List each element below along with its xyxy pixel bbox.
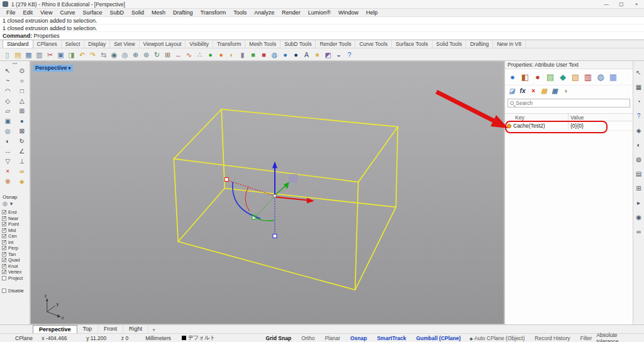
zoom-extents-icon[interactable]: ⊕: [130, 49, 141, 60]
menu-item[interactable]: Drafting: [169, 9, 197, 17]
new-file-icon[interactable]: ▯: [2, 49, 13, 60]
cplane-selector[interactable]: CPlane: [15, 335, 42, 341]
scale-icon[interactable]: ▽: [1, 157, 15, 167]
new-key-value-icon[interactable]: ◪: [508, 86, 516, 97]
panel-macro-icon[interactable]: ▸: [637, 200, 640, 206]
gumball-y-arrow[interactable]: [275, 186, 286, 196]
osnap-checkbox-item[interactable]: Knot: [2, 263, 28, 270]
osnap-checkbox-item[interactable]: Tan: [2, 251, 28, 258]
units-selector[interactable]: Millimeters: [145, 335, 182, 341]
split-icon[interactable]: ⊗: [1, 177, 15, 187]
attribute-user-text-icon[interactable]: ▤: [545, 72, 556, 83]
value-column-header[interactable]: Value: [568, 114, 604, 121]
circle-icon[interactable]: ○: [15, 76, 30, 86]
menu-item[interactable]: File: [3, 9, 19, 17]
minimize-button[interactable]: —: [599, 0, 614, 8]
open-file-icon[interactable]: ▤: [13, 49, 23, 60]
join-icon[interactable]: ∞: [15, 167, 30, 177]
fillet-icon[interactable]: ◐: [1, 136, 15, 146]
menu-item[interactable]: Edit: [19, 9, 37, 17]
help-icon[interactable]: ?: [344, 49, 355, 60]
point-icon[interactable]: ⊙: [15, 66, 30, 76]
panel-layers-icon[interactable]: ▦: [636, 84, 641, 91]
osnap-checkbox-item[interactable]: Perp: [2, 245, 28, 251]
toolbar-tab[interactable]: Surface Tools: [392, 40, 432, 48]
plane-icon[interactable]: ▱: [1, 106, 15, 116]
key-column-header[interactable]: Key: [505, 114, 568, 121]
sphere-blue-icon[interactable]: ●: [280, 49, 291, 60]
checkbox[interactable]: [2, 234, 6, 238]
checkbox[interactable]: [2, 246, 6, 250]
toolbar-tab[interactable]: Viewport Layout: [140, 40, 186, 48]
search-input[interactable]: [516, 100, 628, 106]
polyline-icon[interactable]: △: [15, 96, 30, 106]
panel-rendering-icon[interactable]: ◍: [636, 157, 641, 163]
text-icon[interactable]: A: [301, 49, 312, 60]
save-icon[interactable]: ▦: [23, 49, 34, 60]
undo-icon[interactable]: ↶: [77, 49, 87, 60]
checkbox[interactable]: [2, 264, 6, 268]
delete-icon[interactable]: ×: [1, 167, 15, 177]
viewport-tab[interactable]: Perspective: [33, 325, 77, 333]
osnap-checkbox-item[interactable]: Project: [2, 275, 28, 282]
checkbox[interactable]: [2, 240, 6, 245]
rendering-icon[interactable]: ◍: [595, 72, 606, 83]
statusbar-toggle[interactable]: Filter: [575, 335, 597, 341]
formula-fx-icon[interactable]: fx: [518, 86, 527, 97]
layer-name[interactable]: デフォルト: [188, 334, 216, 342]
stack-icon[interactable]: ▦: [608, 72, 619, 83]
gumball[interactable]: [225, 162, 314, 238]
toolbar-tab[interactable]: Visibility: [186, 40, 213, 48]
plugins-icon[interactable]: ◩: [323, 49, 333, 60]
osnap-checkbox-item[interactable]: Mid: [2, 228, 28, 234]
select-icon[interactable]: ↖: [1, 66, 15, 76]
gumball-z-handle[interactable]: [273, 234, 277, 238]
curve-icon[interactable]: ~: [1, 76, 15, 86]
statusbar-toggle[interactable]: Planar: [319, 335, 345, 341]
toolbar-tab[interactable]: Drafting: [466, 40, 493, 48]
menu-item[interactable]: Solid: [128, 9, 148, 17]
boolean-icon[interactable]: ⊠: [15, 126, 30, 136]
toolbar-tab[interactable]: Set View: [110, 40, 139, 48]
pan-icon[interactable]: ⇆: [98, 49, 109, 60]
rectangle-icon[interactable]: □: [15, 86, 30, 96]
new-viewport-icon[interactable]: +: [148, 327, 159, 333]
grid-icon[interactable]: ⊞: [162, 49, 173, 60]
osnap-filter-icon[interactable]: ▾: [10, 201, 13, 207]
menu-item[interactable]: Help: [362, 9, 382, 17]
menu-item[interactable]: View: [36, 9, 56, 17]
match-icon[interactable]: ◑: [561, 86, 570, 97]
statusbar-toggle[interactable]: Ortho: [296, 335, 319, 341]
osnap-checkbox-item[interactable]: Int: [2, 240, 28, 246]
zoom-window-icon[interactable]: ◎: [119, 49, 130, 60]
material-red-icon[interactable]: ■: [258, 49, 269, 60]
checkbox[interactable]: [2, 210, 6, 214]
redo-icon[interactable]: ↷: [87, 49, 98, 60]
toolbar-tab[interactable]: Render Tools: [316, 40, 355, 48]
osnap-checkbox-item[interactable]: Vertex: [2, 269, 28, 275]
gumball-center[interactable]: [274, 194, 277, 197]
cylinder-icon[interactable]: ▮: [237, 49, 248, 60]
polygon-icon[interactable]: ◇: [1, 96, 15, 106]
panel-materials-icon[interactable]: ◈: [636, 128, 641, 134]
copy-icon[interactable]: ▣: [55, 49, 66, 60]
statusbar-toggle[interactable]: SmartTrack: [371, 335, 410, 341]
perspective-viewport[interactable]: Perspective▾: [30, 61, 504, 324]
texture-mapping-icon[interactable]: ◆: [557, 72, 569, 83]
toolbar-tab[interactable]: Solid Tools: [433, 40, 467, 48]
import-file-icon[interactable]: ▤: [540, 86, 548, 97]
command-prompt-value[interactable]: Properties: [34, 33, 60, 39]
menu-item[interactable]: Surface: [79, 9, 106, 17]
material-green-icon[interactable]: ■: [248, 49, 258, 60]
sphere-dark-icon[interactable]: ●: [291, 49, 301, 60]
menu-item[interactable]: Render: [278, 9, 304, 17]
statusbar-toggle[interactable]: Osnap: [345, 335, 371, 341]
osnap-checkbox-item[interactable]: Near: [2, 216, 28, 222]
decal-icon[interactable]: ◧: [519, 72, 531, 83]
checkbox[interactable]: [2, 222, 6, 226]
toolbar-tab[interactable]: Transform: [213, 40, 245, 48]
rotate-view-icon[interactable]: ↻: [152, 49, 162, 60]
dimension-icon[interactable]: ∠: [15, 146, 30, 157]
notes-icon[interactable]: ▥: [582, 72, 594, 83]
panel-lights-icon[interactable]: ◐: [636, 142, 640, 148]
